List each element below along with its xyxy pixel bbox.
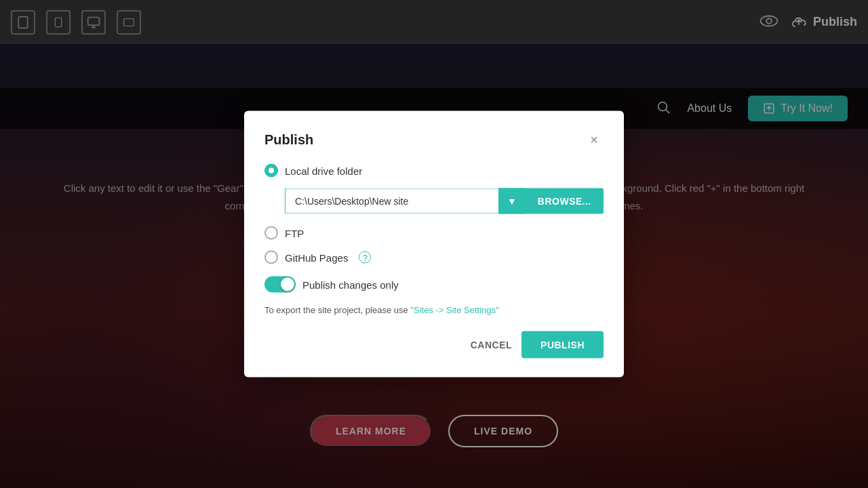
publish-modal-button[interactable]: PUBLISH	[521, 331, 604, 359]
site-settings-link[interactable]: "Sites -> Site Settings"	[410, 305, 498, 315]
github-label: GitHub Pages	[285, 251, 348, 263]
publish-changes-label: Publish changes only	[302, 279, 399, 290]
export-note: To export the site project, please use "…	[264, 305, 604, 315]
publish-changes-toggle-row: Publish changes only	[264, 277, 604, 293]
publish-changes-toggle[interactable]	[264, 277, 296, 293]
toggle-knob	[281, 278, 294, 291]
local-drive-radio[interactable]	[264, 164, 278, 178]
modal-title: Publish	[264, 131, 313, 147]
ftp-option[interactable]: FTP	[264, 226, 604, 240]
local-drive-option[interactable]: Local drive folder	[264, 164, 604, 178]
close-button[interactable]: ×	[585, 130, 604, 149]
ftp-label: FTP	[285, 227, 304, 239]
local-drive-label: Local drive folder	[285, 165, 362, 176]
github-radio[interactable]	[264, 251, 278, 264]
path-input[interactable]	[285, 188, 498, 214]
modal-header: Publish ×	[264, 130, 604, 149]
publish-modal: Publish × Local drive folder ▼ BROWSE...…	[244, 111, 624, 378]
github-help-icon[interactable]: ?	[359, 251, 371, 264]
modal-footer: CANCEL PUBLISH	[264, 331, 604, 359]
path-row: ▼ BROWSE...	[285, 188, 604, 214]
browse-button[interactable]: BROWSE...	[526, 188, 604, 214]
github-pages-option[interactable]: GitHub Pages ?	[264, 251, 604, 264]
ftp-radio[interactable]	[264, 226, 278, 240]
cancel-button[interactable]: CANCEL	[471, 340, 512, 350]
path-dropdown-button[interactable]: ▼	[498, 188, 526, 214]
